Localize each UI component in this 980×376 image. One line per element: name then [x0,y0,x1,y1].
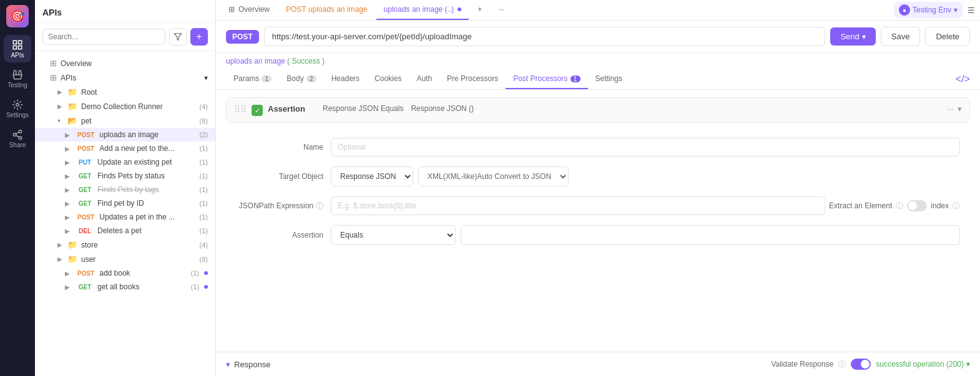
extract-toggle[interactable] [907,200,927,211]
tree-item-count: (1) [200,172,208,180]
chevron-right-icon: ▶ [65,284,72,291]
form-row-jsonpath: JSONPath Expression ⓘ Extract an Element… [236,196,960,215]
tab-label: uploads an image (..) [384,5,454,14]
tree-item-demo[interactable]: ▶ 📁 Demo Collection Runner (4) [35,99,215,113]
expand-icon[interactable]: ▾ [958,104,962,113]
tab-overview[interactable]: ⊞ Overview [221,0,277,20]
tree-item-store[interactable]: ▶ 📁 store (4) [35,238,215,252]
overview-icon: ⊞ [50,59,57,68]
env-label: Testing Env [913,6,951,14]
tree-item-user[interactable]: ▶ 📁 user (8) [35,252,215,266]
svg-point-7 [19,137,22,140]
modified-dot [204,271,208,275]
delete-button[interactable]: Delete [925,27,970,46]
tree-item-label: Update an existing pet [97,158,197,166]
nav-share[interactable]: Share [4,125,31,152]
assertion-value-input[interactable] [461,225,960,245]
chevron-down-icon: ▾ [204,74,208,82]
validate-info-icon[interactable]: ⓘ [838,359,846,370]
tree-item-del[interactable]: ▶ DEL Deletes a pet (1) [35,224,215,238]
tree-item-add-book[interactable]: ▶ POST add book (1) [35,266,215,280]
assertion-select[interactable]: Equals [331,225,456,245]
response-label[interactable]: ▾ Response [226,360,271,369]
send-button[interactable]: Send ▾ [830,27,875,46]
tree-item-apis[interactable]: ⊞ APIs ▾ [35,70,215,85]
tab-bar: ⊞ Overview POST uploads an image uploads… [216,0,980,21]
method-del-tag: DEL [75,227,95,235]
tab-add-button[interactable]: + [470,0,489,20]
tree-item-post-add[interactable]: ▶ POST Add a new pet to the... (1) [35,142,215,155]
method-post-tag: POST [75,145,97,153]
search-input[interactable] [42,29,165,45]
tree-item-count: (1) [200,200,208,207]
tree-item-root[interactable]: ▶ 📁 Root [35,85,215,99]
tree-content: ⊞ Overview ⊞ APIs ▾ ▶ 📁 Root ▶ 📁 Demo Co… [35,51,215,376]
tab-uploads-active[interactable]: uploads an image (..) [376,0,469,20]
tree-item-label: Root [81,88,208,97]
req-tab-post-processors[interactable]: Post Processors 1 [506,69,587,89]
code-view-icon[interactable]: </> [956,74,970,85]
tree-item-get-books[interactable]: ▶ GET get all books (1) [35,280,215,294]
save-button[interactable]: Save [881,27,921,46]
info-icon[interactable]: ⓘ [316,201,323,211]
form-row-assertion: Assertion Equals [236,225,960,245]
tree-item-count: (1) [200,186,208,193]
tree-item-post-updates[interactable]: ▶ POST Updates a pet in the ... (1) [35,210,215,224]
req-tab-body[interactable]: Body 2 [279,69,323,89]
target-object-select[interactable]: Response JSON [331,166,413,186]
validate-toggle[interactable] [851,359,871,370]
tree-item-get-status[interactable]: ▶ GET Finds Pets by status (1) [35,169,215,183]
req-tab-params[interactable]: Params 1 [226,69,279,89]
drag-handle-icon[interactable]: ⠿⠿ [234,104,247,114]
method-post-tag: POST [75,131,97,139]
nav-settings[interactable]: Settings [4,95,31,122]
tree-item-count: (1) [191,269,199,277]
chevron-right-icon: ▶ [57,256,65,263]
checkbox-checked-icon[interactable]: ✓ [252,105,263,116]
req-tab-settings[interactable]: Settings [588,69,630,89]
req-tab-pre-processors[interactable]: Pre Processors [439,69,506,89]
tree-item-label: Deletes a pet [97,226,197,235]
more-options-icon[interactable]: ··· [947,104,954,113]
tree-item-pet[interactable]: ▾ 📂 pet (8) [35,113,215,128]
tree-item-count: (8) [200,256,208,263]
name-input[interactable] [331,138,960,157]
response-bar: ▾ Response Validate Response ⓘ successfu… [216,352,980,376]
chevron-right-icon: ▶ [65,159,72,166]
filter-button[interactable] [169,28,187,46]
jsonpath-input[interactable] [331,196,825,215]
success-select[interactable]: successful operation (200) ▾ [876,360,970,369]
tree-item-overview[interactable]: ⊞ Overview [35,56,215,70]
extract-info-icon[interactable]: ⓘ [896,201,903,211]
tree-item-label: uploads an image [99,130,197,139]
assertion-label: Assertion [268,104,318,113]
method-put-tag: PUT [75,158,95,166]
env-selector[interactable]: ● Testing Env ▾ [894,2,963,18]
nav-testing[interactable]: Testing [4,65,31,92]
kebab-menu-icon[interactable]: ☰ [968,6,975,15]
assertion-actions: ··· ▾ [947,104,962,113]
tree-item-post-uploads[interactable]: ▶ POST uploads an image (2) [35,128,215,142]
apis-icon: ⊞ [50,73,57,82]
index-info-icon[interactable]: ⓘ [953,201,960,211]
req-tab-cookies[interactable]: Cookies [367,69,409,89]
nav-apis[interactable]: APIs [4,35,31,62]
tree-item-put-update[interactable]: ▶ PUT Update an existing pet (1) [35,155,215,169]
tab-more-button[interactable]: ··· [491,0,512,20]
chevron-right-icon: ▶ [65,214,72,221]
add-button[interactable]: + [190,28,208,46]
tree-search-bar: + [35,23,215,51]
chevron-right-icon: ▶ [65,228,72,234]
url-input[interactable] [264,27,826,46]
req-tab-headers[interactable]: Headers [324,69,367,89]
tree-item-get-id[interactable]: ▶ GET Find pet by ID (1) [35,196,215,210]
req-tab-auth[interactable]: Auth [409,69,439,89]
assertion-desc: Response JSON Equals [323,104,403,113]
validate-label: Validate Response [771,360,833,369]
convert-select[interactable]: XML(XML-like)Auto Convert to JSON [418,166,569,186]
tree-item-get-tags[interactable]: ▶ GET Finds Pets by tags (1) [35,183,215,196]
method-get-tag: GET [75,172,95,180]
name-label: Name [236,143,323,152]
tab-post-uploads[interactable]: POST uploads an image [278,0,375,20]
right-panel: ⊞ Overview POST uploads an image uploads… [216,0,980,376]
